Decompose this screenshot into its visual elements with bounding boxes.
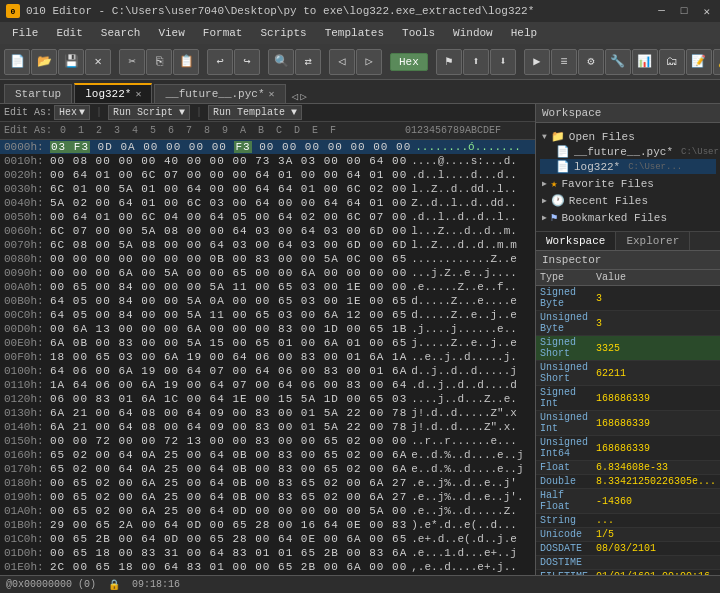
panel-tab-explorer[interactable]: Explorer: [616, 232, 690, 250]
table-row[interactable]: 0190h: 00 65 02 00 6A 25 00 64 0B 00 83 …: [0, 490, 535, 504]
save-button[interactable]: 💾: [58, 49, 84, 75]
table-row[interactable]: 0050h: 00 64 01 00 6C 04 00 64 05 00 64 …: [0, 210, 535, 224]
table-row[interactable]: 0020h: 00 64 01 00 6C 07 00 00 00 64 01 …: [0, 168, 535, 182]
close-button[interactable]: ✕: [699, 5, 714, 18]
table-row[interactable]: 0090h: 00 00 00 6A 00 5A 00 00 65 00 00 …: [0, 266, 535, 280]
table-row[interactable]: 00C0h: 64 05 00 84 00 00 5A 11 00 65 03 …: [0, 308, 535, 322]
menu-edit[interactable]: Edit: [48, 25, 90, 41]
undo-button[interactable]: ↩: [207, 49, 233, 75]
copy-button[interactable]: ⎘: [146, 49, 172, 75]
recent-clock-icon: 🕐: [551, 194, 565, 207]
table-row[interactable]: 01D0h: 00 65 18 00 83 31 00 64 83 01 01 …: [0, 546, 535, 560]
replace-button[interactable]: ⇄: [295, 49, 321, 75]
file-item-log322[interactable]: 📄 log322* C:\User...: [540, 159, 716, 174]
tools-btn3[interactable]: 🔧: [605, 49, 631, 75]
maximize-button[interactable]: □: [677, 5, 692, 18]
table-row[interactable]: 0140h: 6A 21 00 64 08 00 64 09 00 83 00 …: [0, 420, 535, 434]
favorite-files-header[interactable]: ▶ ★ Favorite Files: [540, 176, 716, 191]
table-row[interactable]: 0110h: 1A 64 06 00 6A 19 00 64 07 00 64 …: [0, 378, 535, 392]
inspector-value-cell: 168686339: [592, 436, 720, 461]
table-row[interactable]: 0060h: 6C 07 00 00 5A 08 00 00 64 03 00 …: [0, 224, 535, 238]
next-bookmark-button[interactable]: ⬇: [490, 49, 516, 75]
hex-mode-button[interactable]: Hex: [390, 53, 428, 71]
tools-btn6[interactable]: 📝: [686, 49, 712, 75]
inspector-type-cell: Unsigned Int64: [536, 436, 592, 461]
table-row[interactable]: 0000h: 03 F3 0D 0A 00 00 00 00 F3 00 00 …: [0, 140, 535, 154]
run-template-dropdown[interactable]: Run Template ▼: [208, 105, 302, 120]
edit-as-dropdown[interactable]: Hex▼: [54, 105, 90, 120]
menu-help[interactable]: Help: [503, 25, 545, 41]
back-button[interactable]: ◁: [329, 49, 355, 75]
redo-button[interactable]: ↪: [234, 49, 260, 75]
table-row[interactable]: 0080h: 00 00 00 00 00 00 00 0B 00 83 00 …: [0, 252, 535, 266]
inspector-row: Unsigned Int64168686339: [536, 436, 720, 461]
menu-file[interactable]: File: [4, 25, 46, 41]
table-row[interactable]: 0100h: 64 06 00 6A 19 00 64 07 00 64 06 …: [0, 364, 535, 378]
table-row[interactable]: 01F0h: 17 93 01 00 83 01 00 65 2B 00 6A …: [0, 574, 535, 575]
inspector-row: FILETIME01/01/1601 00:00:16: [536, 570, 720, 576]
menu-view[interactable]: View: [150, 25, 192, 41]
recent-files-header[interactable]: ▶ 🕐 Recent Files: [540, 193, 716, 208]
bookmark-flag-icon: ⚑: [551, 211, 558, 224]
table-row[interactable]: 01B0h: 29 00 65 2A 00 64 0D 00 65 28 00 …: [0, 518, 535, 532]
tab-prev-button[interactable]: ◁: [292, 90, 299, 103]
open-files-header[interactable]: ▼ 📁 Open Files: [540, 129, 716, 144]
hex-content[interactable]: 0000h: 03 F3 0D 0A 00 00 00 00 F3 00 00 …: [0, 140, 535, 575]
table-row[interactable]: 00B0h: 64 05 00 84 00 00 5A 0A 00 00 65 …: [0, 294, 535, 308]
script-button[interactable]: ▶: [524, 49, 550, 75]
table-row[interactable]: 0030h: 6C 01 00 5A 01 00 64 00 00 64 64 …: [0, 182, 535, 196]
table-row[interactable]: 0170h: 65 02 00 64 0A 25 00 64 0B 00 83 …: [0, 462, 535, 476]
prev-bookmark-button[interactable]: ⬆: [463, 49, 489, 75]
file-item-future-pyc[interactable]: 📄 __future__.pyc* C:\User...: [540, 144, 716, 159]
table-row[interactable]: 01C0h: 00 65 2B 00 64 0D 00 65 28 00 64 …: [0, 532, 535, 546]
table-row[interactable]: 0070h: 6C 08 00 5A 08 00 00 64 03 00 64 …: [0, 238, 535, 252]
open-button[interactable]: 📂: [31, 49, 57, 75]
table-row[interactable]: 00F0h: 18 00 65 03 00 6A 19 00 64 06 00 …: [0, 350, 535, 364]
tools-btn7[interactable]: 🔑: [713, 49, 720, 75]
tab-log322[interactable]: log322* ✕: [74, 83, 152, 103]
table-row[interactable]: 0010h: 00 08 00 00 00 40 00 00 00 73 3A …: [0, 154, 535, 168]
title-controls[interactable]: ─ □ ✕: [654, 5, 714, 18]
menu-window[interactable]: Window: [445, 25, 501, 41]
paste-button[interactable]: 📋: [173, 49, 199, 75]
tab-next-button[interactable]: ▷: [300, 90, 307, 103]
tools-btn4[interactable]: 📊: [632, 49, 658, 75]
table-row[interactable]: 0160h: 65 02 00 64 0A 25 00 64 0B 00 83 …: [0, 448, 535, 462]
table-row[interactable]: 0120h: 06 00 83 01 6A 1C 00 64 1E 00 15 …: [0, 392, 535, 406]
bookmarked-files-header[interactable]: ▶ ⚑ Bookmarked Files: [540, 210, 716, 225]
tab-future-close[interactable]: ✕: [269, 88, 275, 100]
table-row[interactable]: 01A0h: 00 65 02 00 6A 25 00 64 0D 00 00 …: [0, 504, 535, 518]
table-row[interactable]: 01E0h: 2C 00 65 18 00 64 83 01 00 00 65 …: [0, 560, 535, 574]
inspector-type-cell: String: [536, 514, 592, 528]
find-button[interactable]: 🔍: [268, 49, 294, 75]
tools-btn5[interactable]: 🗂: [659, 49, 685, 75]
workspace-title: Workspace: [542, 107, 601, 119]
minimize-button[interactable]: ─: [654, 5, 669, 18]
template-button[interactable]: ≡: [551, 49, 577, 75]
menu-templates[interactable]: Templates: [317, 25, 392, 41]
table-row[interactable]: 0150h: 00 00 72 00 00 72 13 00 00 83 00 …: [0, 434, 535, 448]
table-row[interactable]: 00A0h: 00 65 00 84 00 00 00 5A 11 00 65 …: [0, 280, 535, 294]
inspector-value-cell: 6.834608e-33: [592, 461, 720, 475]
close-file-button[interactable]: ✕: [85, 49, 111, 75]
inspector-row: Signed Byte3: [536, 286, 720, 311]
menu-search[interactable]: Search: [93, 25, 149, 41]
run-script-dropdown[interactable]: Run Script ▼: [108, 105, 190, 120]
tab-log322-close[interactable]: ✕: [135, 88, 141, 100]
tab-startup[interactable]: Startup: [4, 84, 72, 103]
table-row[interactable]: 0040h: 5A 02 00 64 01 00 6C 03 00 64 00 …: [0, 196, 535, 210]
tab-future-pyc[interactable]: __future__.pyc* ✕: [154, 84, 285, 103]
table-row[interactable]: 00D0h: 00 6A 13 00 00 00 6A 00 00 00 83 …: [0, 322, 535, 336]
new-button[interactable]: 📄: [4, 49, 30, 75]
menu-tools[interactable]: Tools: [394, 25, 443, 41]
tools-btn2[interactable]: ⚙: [578, 49, 604, 75]
bookmark-button[interactable]: ⚑: [436, 49, 462, 75]
menu-format[interactable]: Format: [195, 25, 251, 41]
menu-scripts[interactable]: Scripts: [252, 25, 314, 41]
forward-button[interactable]: ▷: [356, 49, 382, 75]
table-row[interactable]: 0180h: 00 65 02 00 6A 25 00 64 0B 00 83 …: [0, 476, 535, 490]
table-row[interactable]: 0130h: 6A 21 00 64 08 00 64 09 00 83 00 …: [0, 406, 535, 420]
cut-button[interactable]: ✂: [119, 49, 145, 75]
panel-tab-workspace[interactable]: Workspace: [536, 232, 616, 250]
table-row[interactable]: 00E0h: 6A 0B 00 83 00 00 5A 15 00 65 01 …: [0, 336, 535, 350]
